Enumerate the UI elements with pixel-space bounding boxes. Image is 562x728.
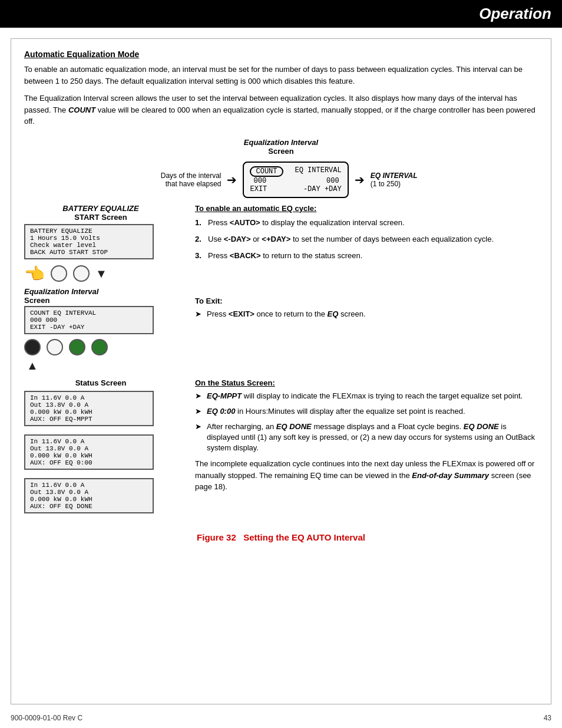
battery-subtitle-text: START Screen	[74, 213, 127, 222]
lcd-day-label: -DAY +DAY	[303, 185, 342, 193]
status-item-3: ➤ After recharging, an EQ DONE message d…	[195, 421, 538, 454]
arrow-icon-1: ➤	[195, 391, 203, 401]
on-status-list: ➤ EQ-MPPT will display to indicate the F…	[195, 391, 538, 454]
enable-title: To enable an automatic EQ cycle:	[195, 204, 538, 213]
ss2-line1: In 11.6V 0.0 A	[30, 438, 148, 445]
section-title: Automatic Equalization Mode	[24, 50, 538, 59]
on-status-title: On the Status Screen:	[195, 378, 538, 387]
eq-interval-range: (1 to 250)	[371, 180, 418, 188]
arrow-label-text: Days of the intervalthat have elapsed	[161, 172, 222, 188]
ss1-line2: Out 13.8V 0.0 A	[30, 401, 148, 409]
step-3-text: Press <BACK> to return to the status scr…	[208, 251, 362, 261]
main-content: Automatic Equalization Mode To enable an…	[11, 38, 551, 704]
closing-text: The incomplete equalization cycle contin…	[195, 458, 538, 493]
hand-icon: 👈	[24, 264, 45, 284]
right-arrow-icon: ➔	[227, 173, 237, 187]
part-number: 900-0009-01-00 Rev C	[11, 714, 82, 722]
figure-caption: Figure 32 Setting the EQ AUTO Interval	[24, 529, 538, 542]
batt-line4: BACK AUTO START STOP	[30, 249, 148, 256]
top-lcd-screen: COUNT EQ INTERVAL 000 000 EXIT -DAY +DAY	[243, 162, 348, 198]
status-section: Status Screen In 11.6V 0.0 A Out 13.8V 0…	[24, 378, 538, 518]
figure-title: Setting the EQ AUTO Interval	[243, 532, 365, 542]
up-arrow-row: ▲	[24, 359, 177, 373]
lcd-count-val: 000	[250, 177, 266, 185]
step-2-text: Use <-DAY> or <+DAY> to set the number o…	[208, 234, 494, 245]
status-item-1-text: EQ-MPPT will display to indicate the FLE…	[207, 391, 523, 401]
arrow-label: Days of the intervalthat have elapsed	[144, 172, 221, 188]
down-arrow-icon: ▼	[95, 267, 107, 281]
step-2: 2. Use <-DAY> or <+DAY> to set the numbe…	[195, 234, 538, 245]
status-screen-title: Status Screen	[24, 378, 177, 387]
exit-title: To Exit:	[195, 297, 538, 305]
exit-item: ➤ Press <EXIT> once to return to the EQ …	[195, 309, 538, 319]
ss3-line4: AUX: OFF EQ DONE	[30, 503, 148, 510]
softkey-black-1	[24, 339, 41, 355]
eq-line4: EXIT -DAY +DAY	[30, 324, 148, 331]
step-3: 3. Press <BACK> to return to the status …	[195, 251, 538, 261]
lcd-row-2: 000 000	[250, 177, 341, 185]
status-item-1: ➤ EQ-MPPT will display to indicate the F…	[195, 391, 538, 401]
ss1-line4: AUX: OFF EQ-MPPT	[30, 416, 148, 423]
batt-line3: Check water level	[30, 242, 148, 249]
battery-section-title: BATTERY EQUALIZE START Screen	[24, 204, 177, 222]
top-diagram: Equalization Interval Screen Days of the…	[24, 138, 538, 198]
exit-section: To Exit: ➤ Press <EXIT> once to return t…	[195, 297, 538, 319]
exit-text: Press <EXIT> once to return to the EQ sc…	[207, 309, 366, 319]
page-header: Operation	[0, 0, 562, 28]
page-title: Operation	[479, 5, 551, 22]
eq-interval-screen-title: Equalization Interval Screen	[24, 287, 177, 305]
enable-col: To enable an automatic EQ cycle: 1. Pres…	[195, 204, 538, 373]
status-screen-2: In 11.6V 0.0 A Out 13.8V 0.0 A 0.000 kW …	[24, 434, 154, 470]
softkey-circle-2	[73, 265, 90, 282]
ss1-line3: 0.000 kW 0.0 kWH	[30, 409, 148, 416]
softkey-row-1: 👈 ▼	[24, 264, 177, 284]
step-1: 1. Press <AUTO> to display the equalizat…	[195, 218, 538, 228]
count-bold: COUNT	[68, 106, 95, 114]
ss2-line2: Out 13.8V 0.0 A	[30, 445, 148, 452]
top-diagram-label: Equalization Interval	[244, 138, 318, 147]
page-number: 43	[544, 714, 551, 722]
eq-interval-lcd-screen: COUNT EQ INTERVAL 000 000 EXIT -DAY +DAY	[24, 306, 154, 334]
eq-int-title: Equalization Interval	[24, 287, 98, 296]
batt-line1: BATTERY EQUALIZE	[30, 228, 148, 235]
batt-line2: 1 Hours 15.0 Volts	[30, 235, 148, 242]
status-item-2-text: EQ 0:00 in Hours:Minutes will display af…	[207, 406, 465, 417]
lcd-exit-label: EXIT	[250, 185, 267, 193]
step-1-text: Press <AUTO> to display the equalization…	[208, 218, 405, 228]
lcd-eq-interval-label: EQ INTERVAL	[295, 166, 342, 177]
eq-interval-bold: EQ INTERVAL	[371, 172, 418, 180]
battery-lcd-screen: BATTERY EQUALIZE 1 Hours 15.0 Volts Chec…	[24, 224, 154, 259]
count-outlined: COUNT	[250, 166, 283, 177]
up-arrow-icon: ▲	[27, 359, 38, 372]
right-arrow-2-icon: ➔	[355, 173, 365, 187]
softkey-green-2	[91, 339, 108, 355]
step-2-num: 2.	[195, 234, 204, 245]
para2: The Equalization Interval screen allows …	[24, 93, 538, 127]
eq-line2: 000 000	[30, 317, 148, 324]
status-col: Status Screen In 11.6V 0.0 A Out 13.8V 0…	[24, 378, 177, 518]
ss2-line4: AUX: OFF EQ 0:00	[30, 459, 148, 466]
ss1-line1: In 11.6V 0.0 A	[30, 394, 148, 401]
eq-int-subtitle: Screen	[24, 296, 49, 305]
softkey-circle-1	[51, 265, 67, 282]
lcd-count-label: COUNT	[250, 166, 283, 177]
eq-interval-right-label: EQ INTERVAL (1 to 250)	[371, 172, 418, 188]
softkey-green-1	[69, 339, 85, 355]
status-screens: In 11.6V 0.0 A Out 13.8V 0.0 A 0.000 kW …	[24, 391, 177, 518]
battery-title-text: BATTERY EQUALIZE	[62, 204, 138, 213]
page-footer: 900-0009-01-00 Rev C 43	[0, 710, 562, 722]
ss3-line1: In 11.6V 0.0 A	[30, 482, 148, 489]
top-diagram-row: Days of the intervalthat have elapsed ➔ …	[144, 162, 417, 198]
status-screen-1: In 11.6V 0.0 A Out 13.8V 0.0 A 0.000 kW …	[24, 391, 154, 426]
arrow-icon-3: ➤	[195, 421, 203, 454]
step-1-num: 1.	[195, 218, 204, 228]
battery-enable-section: BATTERY EQUALIZE START Screen BATTERY EQ…	[24, 204, 538, 373]
exit-arrow-icon: ➤	[195, 309, 203, 319]
status-screen-3: In 11.6V 0.0 A Out 13.8V 0.0 A 0.000 kW …	[24, 478, 154, 513]
eq-line1: COUNT EQ INTERVAL	[30, 309, 148, 317]
on-status-col: On the Status Screen: ➤ EQ-MPPT will dis…	[195, 378, 538, 499]
exit-list: ➤ Press <EXIT> once to return to the EQ …	[195, 309, 538, 319]
softkey-white-1	[47, 339, 63, 355]
closing-bold: End-of-day Summary	[412, 471, 489, 480]
status-item-3-text: After recharging, an EQ DONE message dis…	[207, 421, 538, 454]
